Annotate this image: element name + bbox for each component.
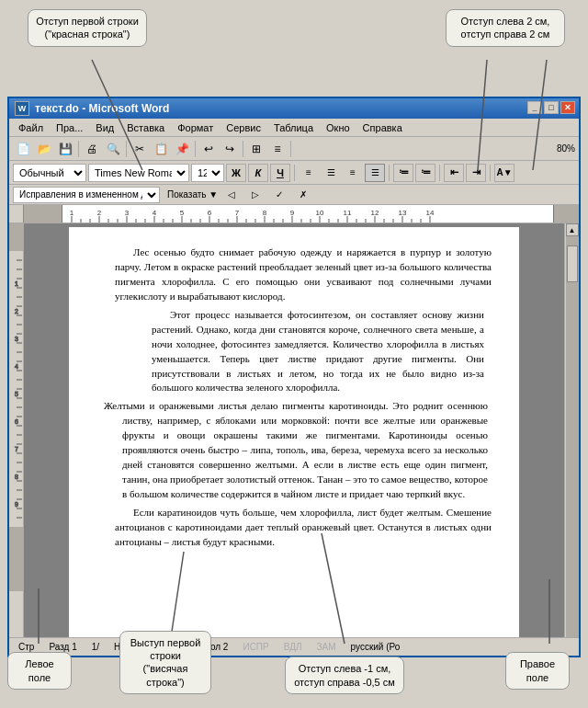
tracking-toolbar: Исправления в измененном документе Показ… bbox=[9, 185, 579, 205]
minimize-button[interactable]: _ bbox=[527, 101, 542, 114]
menu-file[interactable]: Файл bbox=[13, 121, 49, 134]
word-window: W текст.do - Microsoft Word _ □ ✕ Файл П… bbox=[7, 97, 581, 657]
app-icon: W bbox=[15, 101, 29, 116]
svg-text:3: 3 bbox=[125, 209, 130, 217]
standard-toolbar: 📄 📂 💾 🖨 🔍 ✂ 📋 📌 ↩ ↪ ⊞ ≡ 80% bbox=[9, 137, 579, 161]
svg-text:8: 8 bbox=[263, 209, 267, 217]
paragraph-3: Желтыми и оранжевыми листья делаю пигмен… bbox=[122, 399, 488, 502]
menu-insert[interactable]: Вставка bbox=[121, 121, 170, 134]
italic-button[interactable]: К bbox=[248, 164, 268, 182]
size-select[interactable]: 12 bbox=[191, 164, 224, 182]
outdent-button[interactable]: ⇤ bbox=[444, 164, 464, 182]
paragraph-2: Этот процесс называется фотосинтезом, он… bbox=[152, 308, 484, 396]
font-color-button[interactable]: A▼ bbox=[494, 164, 514, 182]
menu-tools[interactable]: Сервис bbox=[220, 121, 266, 134]
menu-window[interactable]: Окно bbox=[321, 121, 356, 134]
align-center-button[interactable]: ☰ bbox=[321, 164, 341, 182]
svg-text:4: 4 bbox=[153, 209, 157, 217]
paragraph-1: Лес осенью будто снимает рабочую одежду … bbox=[115, 246, 492, 304]
scroll-up-button[interactable]: ▲ bbox=[566, 223, 579, 236]
menu-format[interactable]: Формат bbox=[172, 121, 219, 134]
statusbar: Стр Разд 1 1/ На 8,1см Ст 11 Кол 2 ИСПР … bbox=[9, 637, 579, 656]
titlebar: W текст.do - Microsoft Word _ □ ✕ bbox=[9, 98, 579, 119]
save-button[interactable]: 💾 bbox=[55, 139, 75, 159]
scrollbar-track[interactable] bbox=[566, 236, 579, 639]
reject-button[interactable]: ✗ bbox=[293, 185, 313, 205]
prev-change-button[interactable]: ◁ bbox=[221, 185, 242, 205]
status-section: Разд 1 bbox=[45, 642, 80, 652]
svg-text:12: 12 bbox=[371, 209, 379, 217]
ruler-right-gray bbox=[553, 205, 579, 223]
preview-button[interactable]: 🔍 bbox=[103, 139, 123, 159]
svg-text:11: 11 bbox=[344, 209, 352, 217]
sep-format bbox=[294, 165, 295, 181]
menu-help[interactable]: Справка bbox=[357, 121, 408, 134]
window-controls: _ □ ✕ bbox=[527, 101, 575, 114]
style-select[interactable]: Обычный bbox=[13, 164, 86, 182]
ruler-corner bbox=[9, 205, 24, 223]
formatting-toolbar: Обычный Times New Roman 12 Ж К Ч ≡ ☰ ≡ ☰… bbox=[9, 161, 579, 185]
svg-text:5: 5 bbox=[180, 209, 185, 217]
tracking-select[interactable]: Исправления в измененном документе bbox=[13, 187, 160, 203]
page-area: Лес осенью будто снимает рабочую одежду … bbox=[24, 223, 564, 652]
sep-indent bbox=[490, 165, 491, 181]
next-change-button[interactable]: ▷ bbox=[245, 185, 266, 205]
redo-button[interactable]: ↪ bbox=[220, 139, 240, 159]
align-justify-button[interactable]: ☰ bbox=[365, 164, 385, 182]
svg-text:9: 9 bbox=[15, 501, 18, 508]
vertical-ruler: 1 2 3 4 5 bbox=[9, 223, 24, 652]
document-page: Лес осенью будто снимает рабочую одежду … bbox=[69, 227, 519, 648]
undo-button[interactable]: ↩ bbox=[198, 139, 219, 159]
annotation-top-left: Отступ первой строки ("красная строка") bbox=[28, 9, 147, 47]
menu-view[interactable]: Вид bbox=[90, 121, 119, 134]
numlist-button[interactable]: ≔ bbox=[415, 164, 435, 182]
align-right-button[interactable]: ≡ bbox=[343, 164, 363, 182]
ruler-left-gray bbox=[24, 205, 62, 223]
annotation-top-right: Отступ слева 2 см, отступ справа 2 см bbox=[446, 9, 565, 47]
svg-text:2: 2 bbox=[15, 308, 18, 314]
indent-button[interactable]: ⇥ bbox=[466, 164, 486, 182]
svg-text:1: 1 bbox=[15, 280, 18, 287]
font-select[interactable]: Times New Roman bbox=[88, 164, 189, 182]
show-label: Показать ▼ bbox=[167, 189, 218, 200]
menu-edit[interactable]: Пра... bbox=[51, 121, 88, 134]
status-lang: русский (Ро bbox=[347, 642, 404, 652]
print-button[interactable]: 🖨 bbox=[82, 139, 102, 159]
cut-button[interactable]: ✂ bbox=[130, 139, 150, 159]
svg-text:4: 4 bbox=[15, 363, 18, 370]
status-rec: ИСПР bbox=[239, 642, 272, 652]
document-area: 1 2 3 4 5 bbox=[9, 223, 579, 652]
new-button[interactable]: 📄 bbox=[13, 139, 33, 159]
table-button[interactable]: ⊞ bbox=[246, 139, 266, 159]
svg-text:8: 8 bbox=[15, 474, 18, 480]
close-button[interactable]: ✕ bbox=[560, 101, 575, 114]
list-button[interactable]: ≔ bbox=[393, 164, 413, 182]
menubar: Файл Пра... Вид Вставка Формат Сервис Та… bbox=[9, 119, 579, 137]
svg-text:6: 6 bbox=[208, 209, 212, 217]
svg-text:10: 10 bbox=[316, 209, 324, 217]
separator1 bbox=[78, 141, 79, 157]
copy-button[interactable]: 📋 bbox=[151, 139, 171, 159]
paste-button[interactable]: 📌 bbox=[172, 139, 192, 159]
paragraph-4: Если каратиноидов чуть больше, чем хлоро… bbox=[115, 506, 492, 550]
align-left-button[interactable]: ≡ bbox=[299, 164, 319, 182]
window-title: текст.do - Microsoft Word bbox=[35, 102, 169, 115]
status-ext: ЗАМ bbox=[313, 642, 340, 652]
annotation-bottom-left-margin: Левое поле bbox=[7, 652, 72, 690]
separator5 bbox=[290, 141, 291, 157]
svg-text:9: 9 bbox=[290, 209, 295, 217]
sep-align bbox=[389, 165, 390, 181]
accept-button[interactable]: ✓ bbox=[269, 185, 289, 205]
annotation-bottom-hanging: Выступ первой строки ("висячая строка") bbox=[119, 631, 211, 694]
columns-button[interactable]: ≡ bbox=[267, 139, 288, 159]
underline-button[interactable]: Ч bbox=[270, 164, 290, 182]
scrollbar-thumb[interactable] bbox=[567, 246, 578, 282]
svg-text:5: 5 bbox=[15, 391, 18, 397]
maximize-button[interactable]: □ bbox=[544, 101, 559, 114]
open-button[interactable]: 📂 bbox=[34, 139, 54, 159]
svg-rect-61 bbox=[9, 223, 24, 251]
svg-text:7: 7 bbox=[235, 209, 240, 217]
menu-table[interactable]: Таблица bbox=[268, 121, 319, 134]
bold-button[interactable]: Ж bbox=[226, 164, 246, 182]
svg-text:13: 13 bbox=[399, 209, 407, 217]
